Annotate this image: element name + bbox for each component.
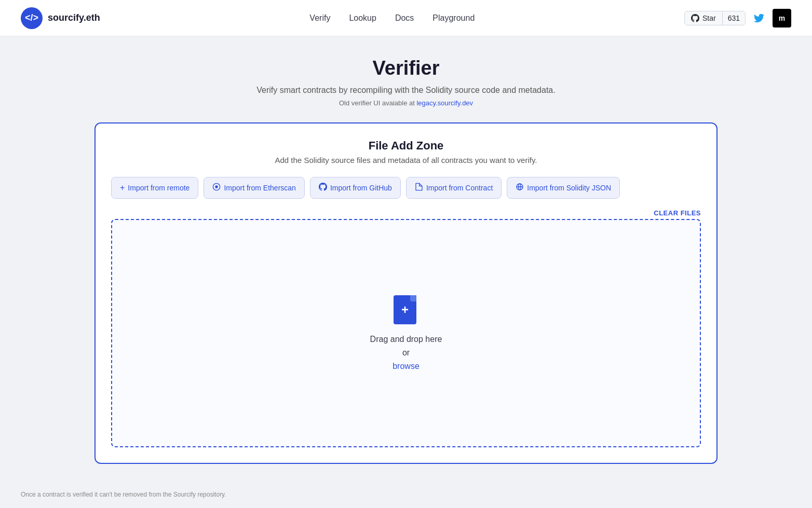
svg-point-1	[215, 185, 218, 188]
twitter-icon	[754, 13, 764, 23]
import-solidity-json-icon	[516, 183, 524, 193]
dropzone[interactable]: + Drag and drop here or browse	[111, 219, 701, 447]
brand-logo-link[interactable]: </> sourcify.eth	[21, 7, 100, 29]
import-github-button[interactable]: Import from GitHub	[310, 177, 401, 199]
file-add-zone-card: File Add Zone Add the Solidity source fi…	[94, 122, 718, 464]
import-etherscan-label: Import from Etherscan	[224, 184, 296, 192]
import-remote-label: Import from remote	[128, 184, 190, 192]
card-description: Add the Solidity source files and metada…	[111, 156, 701, 164]
import-solidity-json-label: Import from Solidity JSON	[527, 184, 611, 192]
star-count: 631	[723, 11, 745, 25]
import-buttons-row: + Import from remote Import from Ethersc…	[111, 177, 701, 199]
import-contract-label: Import from Contract	[426, 184, 493, 192]
github-star-button[interactable]: Star 631	[684, 11, 746, 25]
nav-lookup[interactable]: Lookup	[349, 13, 376, 23]
nav-verify[interactable]: Verify	[309, 13, 330, 23]
import-remote-button[interactable]: + Import from remote	[111, 177, 198, 199]
clear-files-button[interactable]: CLEAR FILES	[654, 209, 701, 217]
import-contract-button[interactable]: Import from Contract	[406, 177, 502, 199]
dropzone-drag-text: Drag and drop here	[370, 335, 442, 344]
star-label: Star	[685, 11, 723, 25]
brand-logo-icon: </>	[21, 7, 43, 29]
dropzone-or-text: or	[402, 348, 410, 358]
dropzone-content: + Drag and drop here or browse	[370, 295, 442, 371]
github-icon	[691, 14, 699, 22]
import-github-icon	[319, 183, 327, 193]
import-contract-icon	[415, 183, 423, 193]
footer-note: Once a contract is verified it can't be …	[0, 485, 812, 504]
nav-docs[interactable]: Docs	[395, 13, 414, 23]
matrix-label: m	[779, 14, 785, 22]
navbar: </> sourcify.eth Verify Lookup Docs Play…	[0, 0, 812, 36]
import-github-label: Import from GitHub	[330, 184, 392, 192]
matrix-button[interactable]: m	[773, 9, 791, 28]
nav-links: Verify Lookup Docs Playground	[309, 13, 475, 23]
import-remote-icon: +	[120, 183, 125, 193]
dropzone-header: CLEAR FILES	[111, 209, 701, 217]
dropzone-browse-link[interactable]: browse	[393, 362, 419, 371]
card-header: File Add Zone Add the Solidity source fi…	[111, 139, 701, 164]
page-header: Verifier Verify smart contracts by recom…	[53, 57, 759, 107]
import-solidity-json-button[interactable]: Import from Solidity JSON	[507, 177, 620, 199]
card-title: File Add Zone	[111, 139, 701, 153]
file-plus-icon: +	[401, 303, 409, 317]
file-upload-icon: +	[394, 295, 418, 326]
legacy-link[interactable]: legacy.sourcify.dev	[416, 99, 473, 107]
page-title: Verifier	[53, 57, 759, 79]
nav-playground[interactable]: Playground	[432, 13, 475, 23]
brand-name: sourcify.eth	[48, 12, 100, 23]
brand-icon-symbol: </>	[25, 12, 38, 23]
main-content: Verifier Verify smart contracts by recom…	[43, 36, 769, 485]
footer-note-text: Once a contract is verified it can't be …	[21, 491, 226, 498]
twitter-button[interactable]	[750, 9, 768, 28]
star-text: Star	[702, 14, 716, 22]
legacy-link-text: Old verifier UI avaiable at legacy.sourc…	[53, 99, 759, 107]
import-etherscan-button[interactable]: Import from Etherscan	[204, 177, 305, 199]
import-etherscan-icon	[212, 183, 221, 193]
navbar-right: Star 631 m	[684, 9, 791, 28]
page-subtitle: Verify smart contracts by recompiling wi…	[53, 86, 759, 95]
